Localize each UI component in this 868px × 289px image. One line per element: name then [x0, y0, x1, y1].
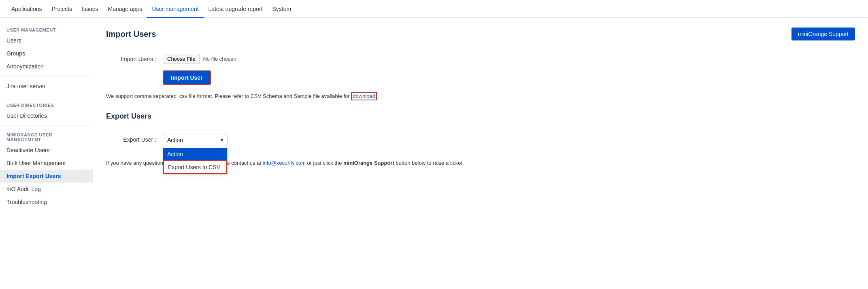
sidebar-item-jira-user-server[interactable]: Jira user server: [0, 80, 93, 93]
sidebar-item-import-export-users[interactable]: Import Export Users: [0, 170, 93, 183]
export-user-row: Export User : Action Export Users In CSV…: [106, 134, 855, 146]
import-user-button[interactable]: Import User: [163, 70, 211, 85]
sidebar-item-bulk-user-management[interactable]: Bulk User Management: [0, 157, 93, 170]
import-user-btn-row: Import User: [106, 70, 855, 85]
page-title: Import Users: [106, 30, 156, 39]
sidebar-item-mo-audit-log[interactable]: mO Audit Log: [0, 183, 93, 196]
contact-email-link[interactable]: info@xecurify.com: [263, 160, 306, 166]
dropdown-open-menu: Action Export Users In CSV: [163, 148, 228, 174]
export-dropdown-wrapper: Action Export Users In CSV ▼ Action Expo…: [163, 134, 228, 146]
nav-issues[interactable]: Issues: [77, 0, 103, 18]
sidebar-item-anonymization[interactable]: Anonymization: [0, 60, 93, 73]
sidebar-divider-2: [0, 96, 93, 96]
nav-manage-apps[interactable]: Manage apps: [103, 0, 147, 18]
choose-file-button[interactable]: Choose File: [163, 54, 200, 64]
miniorange-support-button[interactable]: miniOrange Support: [791, 28, 855, 40]
nav-upgrade-report[interactable]: Latest upgrade report: [204, 0, 268, 18]
csv-info-before: We support comma separated .csv file for…: [106, 93, 350, 99]
csv-info-text: We support comma separated .csv file for…: [106, 93, 855, 99]
dropdown-option-export-csv[interactable]: Export Users In CSV: [163, 160, 227, 174]
dropdown-option-action[interactable]: Action: [163, 148, 227, 160]
nav-projects[interactable]: Projects: [47, 0, 77, 18]
sidebar-item-user-directories[interactable]: User Directories: [0, 109, 93, 122]
sidebar-item-troubleshooting[interactable]: Troubleshooting: [0, 196, 93, 208]
sidebar-divider-1: [0, 76, 93, 76]
export-user-label: Export User :: [106, 134, 163, 143]
import-users-label: Import Users :: [106, 56, 163, 62]
export-divider: [106, 124, 855, 124]
page-header: Import Users miniOrange Support: [106, 28, 855, 40]
contact-after: button below to raise a ticket.: [396, 160, 464, 166]
sidebar-item-groups[interactable]: Groups: [0, 47, 93, 60]
sidebar-divider-3: [0, 125, 93, 126]
header-divider: [106, 44, 855, 44]
no-file-chosen-text: No file chosen: [203, 56, 236, 62]
sidebar: USER MANAGEMENT Users Groups Anonymizati…: [0, 18, 93, 289]
download-link[interactable]: download: [351, 92, 377, 100]
export-action-select[interactable]: Action Export Users In CSV: [163, 134, 228, 146]
sidebar-item-deactivate-users[interactable]: Deactivate Users: [0, 144, 93, 157]
export-users-section: Export Users Export User : Action Export…: [106, 112, 855, 146]
sidebar-section-miniorange: MINIORANGE USER MANAGEMENT: [0, 129, 93, 144]
contact-middle: or just click the: [307, 160, 343, 166]
sidebar-section-user-directories: USER DIRECTORIES: [0, 100, 93, 109]
nav-system[interactable]: System: [267, 0, 296, 18]
top-navigation: Applications Projects Issues Manage apps…: [0, 0, 868, 18]
sidebar-item-users[interactable]: Users: [0, 34, 93, 47]
sidebar-section-user-management: USER MANAGEMENT: [0, 24, 93, 34]
page-layout: USER MANAGEMENT Users Groups Anonymizati…: [0, 18, 868, 289]
main-content: Import Users miniOrange Support Import U…: [93, 18, 868, 289]
nav-applications[interactable]: Applications: [6, 0, 47, 18]
import-file-row: Import Users : Choose File No file chose…: [106, 54, 855, 64]
import-users-section: Import Users : Choose File No file chose…: [106, 54, 855, 99]
nav-user-management[interactable]: User management: [147, 0, 203, 18]
contact-bold: miniOrange Support: [343, 160, 394, 166]
export-users-title: Export Users: [106, 112, 855, 121]
